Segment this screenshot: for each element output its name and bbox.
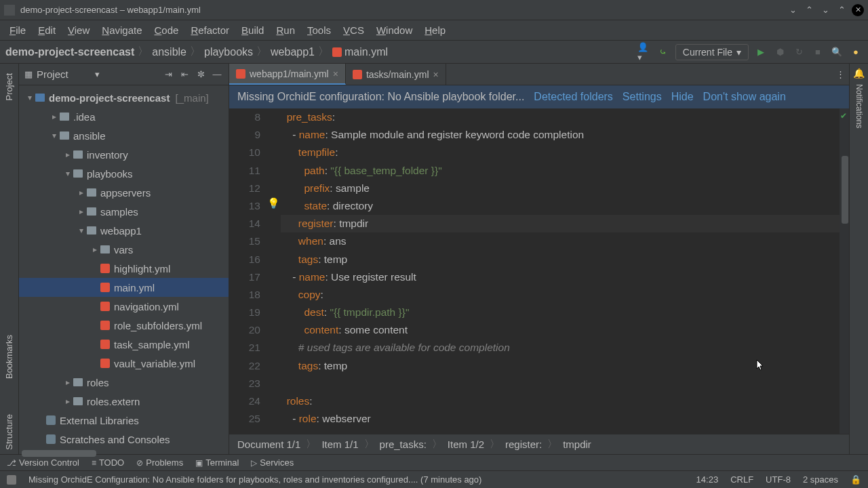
dropdown-icon[interactable]: ▾ bbox=[95, 69, 100, 79]
code-line[interactable] bbox=[281, 375, 840, 392]
menu-code[interactable]: Code bbox=[149, 22, 184, 38]
code-line[interactable]: dest: "{{ tmpdir.path }}" bbox=[281, 304, 840, 321]
bottom-tool-terminal[interactable]: ▣Terminal bbox=[195, 458, 239, 468]
chevron-icon[interactable]: ▾ bbox=[76, 226, 87, 235]
tree-item[interactable]: task_sample.yml bbox=[19, 335, 229, 354]
code-line[interactable]: register: tmpdir bbox=[281, 215, 840, 232]
tabs-menu-icon[interactable]: ⋮ bbox=[831, 64, 849, 85]
editor-crumb[interactable]: Item 1/2 bbox=[448, 439, 484, 450]
editor-scrollbar[interactable] bbox=[842, 156, 848, 224]
line-number[interactable]: 11 bbox=[229, 162, 260, 180]
menu-file[interactable]: File bbox=[4, 22, 31, 38]
line-number[interactable]: 14 bbox=[229, 215, 260, 232]
notifications-icon[interactable]: 🔔 bbox=[853, 68, 865, 79]
tree-item[interactable]: navigation.yml bbox=[19, 297, 229, 316]
code-line[interactable]: tempfile: bbox=[281, 144, 840, 161]
line-number[interactable]: 8 bbox=[229, 108, 260, 126]
close-icon[interactable]: ✕ bbox=[852, 4, 864, 16]
tree-item[interactable]: vault_variable.yml bbox=[19, 354, 229, 373]
tree-item[interactable]: ▸roles bbox=[19, 373, 229, 392]
tree-item[interactable]: ▾webapp1 bbox=[19, 221, 229, 240]
code-line[interactable]: tags: temp bbox=[281, 357, 840, 375]
line-number[interactable]: 16 bbox=[229, 251, 260, 268]
menu-vcs[interactable]: VCS bbox=[338, 22, 370, 38]
lock-icon[interactable]: 🔒 bbox=[850, 474, 861, 485]
tree-item[interactable]: Scratches and Consoles bbox=[19, 430, 229, 446]
collapse-up-icon[interactable]: ⌃ bbox=[803, 4, 815, 16]
chevron-icon[interactable]: ▸ bbox=[62, 396, 73, 406]
bottom-tool-version-control[interactable]: ⎇Version Control bbox=[7, 458, 79, 468]
banner-link-settings[interactable]: Settings bbox=[623, 91, 662, 103]
tree-item[interactable]: ▸.idea bbox=[19, 107, 229, 126]
tree-item[interactable]: ▸vars bbox=[19, 240, 229, 259]
code-line[interactable]: content: some content bbox=[281, 321, 840, 339]
line-number[interactable]: 9 bbox=[229, 126, 260, 144]
line-number[interactable]: 24 bbox=[229, 392, 260, 410]
bottom-tool-services[interactable]: ▷Services bbox=[251, 458, 294, 468]
menu-build[interactable]: Build bbox=[236, 22, 269, 38]
breadcrumb-item[interactable]: ansible bbox=[152, 46, 186, 58]
banner-link-detected[interactable]: Detected folders bbox=[534, 91, 613, 103]
select-opened-icon[interactable]: ⇥ bbox=[162, 69, 174, 79]
tree-item[interactable]: External Libraries bbox=[19, 411, 229, 430]
menu-help[interactable]: Help bbox=[419, 22, 451, 38]
inspection-ok-icon[interactable]: ✔ bbox=[840, 111, 847, 121]
chevron-icon[interactable]: ▾ bbox=[49, 131, 60, 140]
search-icon[interactable]: 🔍 bbox=[830, 45, 844, 59]
breadcrumb-item[interactable]: playbooks bbox=[204, 46, 253, 58]
breadcrumb-item[interactable]: webapp1 bbox=[271, 46, 315, 58]
code-content[interactable]: pre_tasks: - name: Sample module and reg… bbox=[281, 108, 840, 434]
code-line[interactable]: - name: Sample module and register keywo… bbox=[281, 126, 840, 144]
collapse-down-icon[interactable]: ⌄ bbox=[787, 4, 799, 16]
maximize-icon[interactable]: ⌃ bbox=[835, 4, 848, 16]
bottom-tool-problems[interactable]: ⊘Problems bbox=[136, 458, 183, 468]
expand-all-icon[interactable]: ⇤ bbox=[178, 69, 191, 79]
editor-tab[interactable]: tasks/main.yml× bbox=[346, 64, 446, 85]
code-line[interactable]: path: "{{ base_temp_folder }}" bbox=[281, 162, 840, 180]
line-number[interactable]: 22 bbox=[229, 357, 260, 375]
code-line[interactable]: pre_tasks: bbox=[281, 108, 840, 126]
line-number[interactable]: 19 bbox=[229, 304, 260, 321]
line-number[interactable]: 12 bbox=[229, 180, 260, 197]
code-line[interactable]: # used tags are available for code compl… bbox=[281, 339, 840, 357]
chevron-icon[interactable]: ▸ bbox=[62, 378, 73, 387]
user-icon[interactable]: 👤▾ bbox=[637, 45, 651, 59]
tree-item[interactable]: ▸appservers bbox=[19, 183, 229, 202]
editor-crumb[interactable]: Document 1/1 bbox=[237, 439, 300, 450]
chevron-icon[interactable]: ▸ bbox=[62, 150, 73, 159]
editor-crumb[interactable]: register: bbox=[505, 439, 542, 450]
menu-navigate[interactable]: Navigate bbox=[96, 22, 147, 38]
editor-crumb[interactable]: Item 1/1 bbox=[321, 439, 358, 450]
stop-icon[interactable]: ■ bbox=[811, 45, 825, 59]
line-number[interactable]: 13 bbox=[229, 197, 260, 215]
menu-edit[interactable]: Edit bbox=[33, 22, 61, 38]
chevron-icon[interactable]: ▸ bbox=[90, 245, 100, 254]
project-tree[interactable]: ▾demo-project-screencast [_main]▸.idea▾a… bbox=[19, 85, 229, 446]
banner-link-dontshow[interactable]: Don't show again bbox=[703, 91, 786, 103]
line-separator[interactable]: CRLF bbox=[730, 474, 753, 485]
bookmarks-tool-button[interactable]: Bookmarks bbox=[4, 331, 14, 383]
menu-run[interactable]: Run bbox=[271, 22, 300, 38]
file-encoding[interactable]: UTF-8 bbox=[766, 474, 791, 485]
build-icon[interactable]: ⤿ bbox=[656, 45, 670, 59]
tree-item[interactable]: ▾playbooks bbox=[19, 164, 229, 183]
line-number[interactable]: 20 bbox=[229, 321, 260, 339]
code-line[interactable]: copy: bbox=[281, 286, 840, 304]
caret-position[interactable]: 14:23 bbox=[696, 474, 719, 485]
hide-icon[interactable]: — bbox=[211, 69, 223, 79]
code-line[interactable]: state: directory bbox=[281, 197, 840, 215]
structure-tool-button[interactable]: Structure bbox=[4, 410, 14, 454]
code-line[interactable]: prefix: sample bbox=[281, 180, 840, 197]
editor-crumb[interactable]: tmpdir bbox=[563, 439, 591, 450]
bottom-tool-todo[interactable]: ≡TODO bbox=[92, 458, 124, 468]
updates-icon[interactable]: ● bbox=[849, 45, 863, 59]
notifications-tool-button[interactable]: Notifications bbox=[854, 84, 864, 128]
code-line[interactable]: - role: webserver bbox=[281, 410, 840, 428]
line-number[interactable]: 23 bbox=[229, 375, 260, 392]
tree-item[interactable]: ▾ansible bbox=[19, 126, 229, 145]
settings-icon[interactable]: ✼ bbox=[195, 69, 207, 79]
chevron-icon[interactable]: ▾ bbox=[62, 169, 73, 178]
tree-root[interactable]: ▾demo-project-screencast [_main] bbox=[19, 88, 229, 107]
tree-scrollbar[interactable] bbox=[22, 450, 96, 457]
menu-tools[interactable]: Tools bbox=[302, 22, 336, 38]
